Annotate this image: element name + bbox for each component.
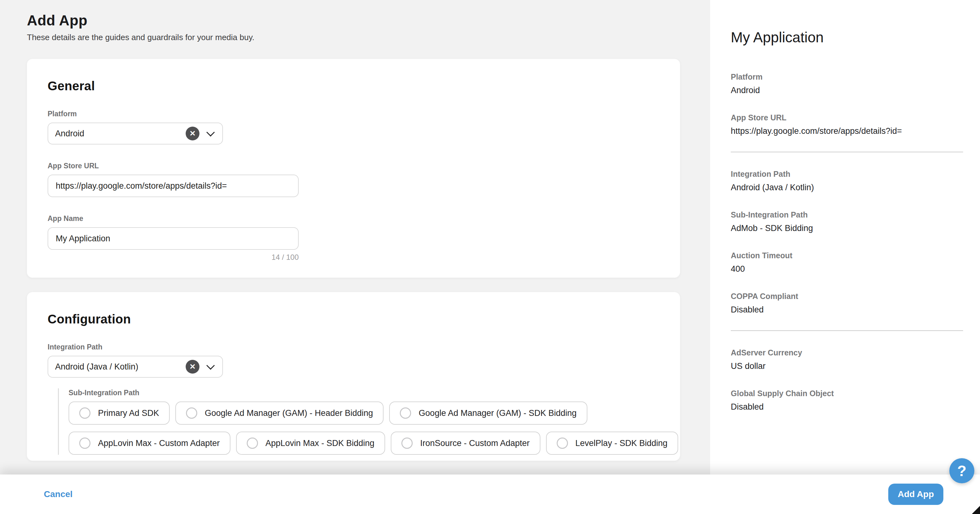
summary-app-store-url: App Store URL https://play.google.com/st… bbox=[731, 113, 963, 136]
radio-circle-icon bbox=[401, 437, 413, 449]
radio-option-applovin-custom-adapter[interactable]: AppLovin Max - Custom Adapter bbox=[68, 432, 231, 455]
summary-label: Integration Path bbox=[731, 169, 963, 179]
chevron-down-icon[interactable] bbox=[206, 361, 215, 370]
app-name-char-counter: 14 / 100 bbox=[48, 253, 299, 262]
radio-option-applovin-sdk-bidding[interactable]: AppLovin Max - SDK Bidding bbox=[236, 432, 385, 455]
summary-sub-integration-path: Sub-Integration Path AdMob - SDK Bidding bbox=[731, 210, 963, 233]
radio-option-label: LevelPlay - SDK Bidding bbox=[576, 439, 668, 448]
add-app-page: Add App These details are the guides and… bbox=[0, 0, 980, 514]
app-name-input[interactable] bbox=[48, 227, 299, 250]
radio-circle-icon bbox=[557, 437, 568, 449]
app-store-url-label: App Store URL bbox=[48, 161, 659, 170]
summary-label: AdServer Currency bbox=[731, 348, 963, 357]
summary-divider bbox=[731, 330, 963, 331]
configuration-card: Configuration Integration Path Android (… bbox=[27, 292, 680, 461]
integration-path-select[interactable]: Android (Java / Kotlin) ✕ bbox=[48, 356, 223, 378]
general-card: General Platform Android ✕ App Store URL… bbox=[27, 59, 680, 278]
sub-integration-group: Sub-Integration Path Primary Ad SDK Goog… bbox=[58, 388, 659, 455]
app-store-url-field: App Store URL bbox=[48, 161, 659, 197]
summary-label: Sub-Integration Path bbox=[731, 210, 963, 219]
radio-circle-icon bbox=[186, 407, 197, 419]
radio-option-levelplay-sdk-bidding[interactable]: LevelPlay - SDK Bidding bbox=[546, 432, 678, 455]
summary-value: Android bbox=[731, 85, 963, 95]
summary-integration-path: Integration Path Android (Java / Kotlin) bbox=[731, 169, 963, 192]
summary-label: Auction Timeout bbox=[731, 251, 963, 260]
summary-label: COPPA Compliant bbox=[731, 292, 963, 301]
summary-value: 400 bbox=[731, 264, 963, 274]
cancel-button[interactable]: Cancel bbox=[44, 489, 73, 499]
radio-circle-icon bbox=[79, 437, 91, 449]
page-subtitle: These details are the guides and guardra… bbox=[27, 33, 255, 42]
summary-label: App Store URL bbox=[731, 113, 963, 122]
radio-circle-icon bbox=[79, 407, 91, 419]
radio-option-label: Primary Ad SDK bbox=[98, 409, 159, 418]
radio-circle-icon bbox=[400, 407, 411, 419]
sub-integration-row-1: Primary Ad SDK Google Ad Manager (GAM) -… bbox=[68, 401, 659, 425]
clear-icon[interactable]: ✕ bbox=[186, 127, 199, 140]
radio-option-label: AppLovin Max - Custom Adapter bbox=[98, 439, 220, 448]
cursor-artifact bbox=[972, 506, 980, 514]
footer-action-bar: Cancel Add App bbox=[0, 474, 980, 514]
summary-value: Android (Java / Kotlin) bbox=[731, 182, 963, 192]
platform-field: Platform Android ✕ bbox=[48, 109, 659, 144]
radio-option-gam-header-bidding[interactable]: Google Ad Manager (GAM) - Header Bidding bbox=[175, 401, 383, 425]
add-app-button[interactable]: Add App bbox=[888, 484, 943, 505]
summary-value: Disabled bbox=[731, 402, 963, 412]
chevron-down-icon[interactable] bbox=[206, 128, 215, 136]
summary-value: https://play.google.com/store/apps/detai… bbox=[731, 126, 963, 136]
platform-select[interactable]: Android ✕ bbox=[48, 123, 223, 144]
integration-path-selected-value: Android (Java / Kotlin) bbox=[55, 362, 138, 372]
sub-integration-path-label: Sub-Integration Path bbox=[68, 388, 659, 397]
summary-global-supply-chain: Global Supply Chain Object Disabled bbox=[731, 389, 963, 412]
clear-icon[interactable]: ✕ bbox=[186, 360, 199, 374]
radio-option-gam-sdk-bidding[interactable]: Google Ad Manager (GAM) - SDK Bidding bbox=[389, 401, 587, 425]
integration-path-field: Integration Path Android (Java / Kotlin)… bbox=[48, 343, 659, 378]
integration-path-label: Integration Path bbox=[48, 343, 659, 351]
app-name-field: App Name 14 / 100 bbox=[48, 214, 659, 262]
summary-coppa-compliant: COPPA Compliant Disabled bbox=[731, 292, 963, 314]
radio-circle-icon bbox=[247, 437, 258, 449]
summary-sidebar: My Application Platform Android App Stor… bbox=[710, 0, 980, 514]
radio-option-ironsource-custom-adapter[interactable]: IronSource - Custom Adapter bbox=[391, 432, 541, 455]
page-title: Add App bbox=[27, 12, 88, 29]
app-name-label: App Name bbox=[48, 214, 659, 223]
summary-value: Disabled bbox=[731, 305, 963, 314]
radio-option-primary-ad-sdk[interactable]: Primary Ad SDK bbox=[68, 401, 170, 425]
summary-value: AdMob - SDK Bidding bbox=[731, 223, 963, 233]
summary-divider bbox=[731, 152, 963, 152]
platform-selected-value: Android bbox=[55, 129, 84, 139]
radio-option-label: IronSource - Custom Adapter bbox=[420, 439, 530, 448]
summary-auction-timeout: Auction Timeout 400 bbox=[731, 251, 963, 274]
radio-option-label: Google Ad Manager (GAM) - SDK Bidding bbox=[418, 409, 576, 418]
summary-value: US dollar bbox=[731, 361, 963, 371]
general-heading: General bbox=[48, 79, 659, 93]
summary-label: Global Supply Chain Object bbox=[731, 389, 963, 398]
summary-app-name: My Application bbox=[731, 29, 963, 46]
configuration-heading: Configuration bbox=[48, 312, 659, 326]
help-icon[interactable]: ? bbox=[949, 458, 974, 483]
radio-option-label: Google Ad Manager (GAM) - Header Bidding bbox=[205, 409, 373, 418]
platform-label: Platform bbox=[48, 109, 659, 118]
sub-integration-row-2: AppLovin Max - Custom Adapter AppLovin M… bbox=[68, 432, 659, 455]
summary-label: Platform bbox=[731, 72, 963, 81]
app-store-url-input[interactable] bbox=[48, 175, 299, 197]
summary-platform: Platform Android bbox=[731, 72, 963, 95]
radio-option-label: AppLovin Max - SDK Bidding bbox=[266, 439, 374, 448]
summary-adserver-currency: AdServer Currency US dollar bbox=[731, 348, 963, 371]
